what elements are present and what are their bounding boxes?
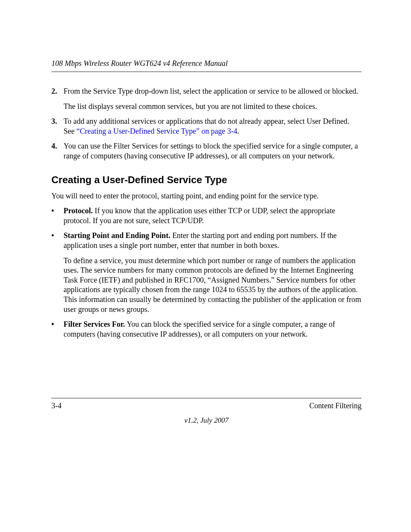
bullet-label: Protocol. [64, 206, 93, 215]
chapter-title: Content Filtering [309, 401, 362, 410]
page-footer: 3-4 Content Filtering v1.2, July 2007 [51, 398, 362, 425]
bullet-body: Starting Point and Ending Point. Enter t… [64, 231, 362, 314]
step-body: From the Service Type drop-down list, se… [64, 86, 362, 111]
bullet-text: If you know that the application uses ei… [64, 206, 335, 225]
bullet-marker: • [51, 206, 64, 225]
bullet-label: Filter Services For. [64, 320, 125, 328]
bullet-subtext: To define a service, you must determine … [64, 256, 362, 315]
bullet-marker: • [51, 320, 64, 339]
page-number: 3-4 [51, 401, 62, 410]
step-body: To add any additional services or applic… [64, 117, 362, 136]
step-3: 3. To add any additional services or app… [51, 117, 362, 136]
document-page: 108 Mbps Wireless Router WGT624 v4 Refer… [0, 0, 411, 532]
bullet-start-end: • Starting Point and Ending Point. Enter… [51, 231, 362, 314]
section-heading: Creating a User-Defined Service Type [51, 174, 362, 186]
step-number: 2. [51, 86, 64, 111]
running-header: 108 Mbps Wireless Router WGT624 v4 Refer… [51, 59, 362, 72]
step-number: 3. [51, 117, 64, 136]
bullet-filter-for: • Filter Services For. You can block the… [51, 320, 362, 339]
bullet-marker: • [51, 231, 64, 314]
bullet-body: Protocol. If you know that the applicati… [64, 206, 362, 225]
step-tail: . [237, 127, 239, 135]
version-line: v1.2, July 2007 [51, 416, 362, 425]
bullet-label: Starting Point and Ending Point. [64, 231, 170, 240]
step-number: 4. [51, 141, 64, 161]
bullet-protocol: • Protocol. If you know that the applica… [51, 206, 362, 225]
step-4: 4. You can use the Filter Services for s… [51, 141, 362, 161]
cross-reference-link[interactable]: “Creating a User-Defined Service Type” o… [76, 127, 237, 135]
step-text: You can use the Filter Services for sett… [64, 142, 358, 160]
bullet-list: • Protocol. If you know that the applica… [51, 206, 362, 339]
footer-rule-row: 3-4 Content Filtering [51, 398, 362, 410]
numbered-steps: 2. From the Service Type drop-down list,… [51, 86, 362, 161]
step-body: You can use the Filter Services for sett… [64, 141, 362, 161]
step-text: From the Service Type drop-down list, se… [64, 87, 358, 95]
bullet-body: Filter Services For. You can block the s… [64, 320, 362, 339]
step-subtext: The list displays several common service… [64, 102, 362, 112]
section-intro: You will need to enter the protocol, sta… [51, 191, 362, 201]
step-2: 2. From the Service Type drop-down list,… [51, 86, 362, 111]
